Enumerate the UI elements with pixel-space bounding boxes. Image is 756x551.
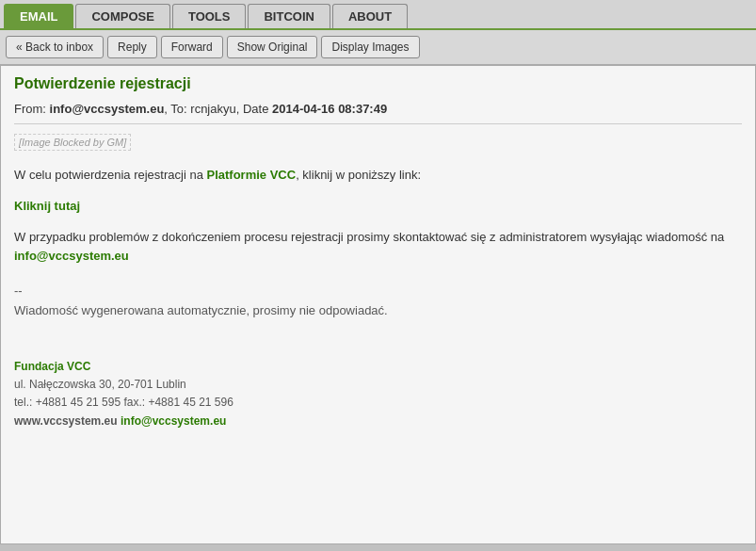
body-paragraph-2: W przypadku problemów z dokończeniem pro… [14,228,742,267]
signature-website-line: www.vccsystem.eu info@vccsystem.eu [14,413,742,430]
body-text-2a: W przypadku problemów z dokończeniem pro… [14,230,724,244]
email-subject: Potwierdzenie rejestracji [14,75,742,92]
email-meta: From: info@vccsystem.eu, To: rcnjakyu, D… [14,102,742,124]
email-divider: -- Wiadomość wygenerowana automatycznie,… [14,282,742,321]
email-signature: Fundacja VCC ul. Nałęczowska 30, 20-701 … [14,340,742,430]
body-text-1b: , kliknij w poniższy link: [296,168,421,182]
signature-email-link[interactable]: info@vccsystem.eu [121,414,226,428]
signature-address: ul. Nałęczowska 30, 20-701 Lublin [14,376,742,394]
forward-button[interactable]: Forward [161,36,223,58]
back-to-inbox-button[interactable]: « Back to inbox [6,36,104,58]
email-date: 2014-04-16 08:37:49 [272,102,387,116]
email-from: info@vccsystem.eu [50,102,165,116]
auto-message: Wiadomość wygenerowana automatycznie, pr… [14,303,388,317]
nav-tabs: EMAIL COMPOSE TOOLS BITCOIN ABOUT [0,0,756,30]
email-toolbar: « Back to inbox Reply Forward Show Origi… [0,30,756,65]
display-images-button[interactable]: Display Images [321,36,419,58]
reply-button[interactable]: Reply [107,36,157,58]
signature-website: www.vccsystem.eu [14,414,118,428]
body-paragraph-1: W celu potwierdzenia rejestracji na Plat… [14,166,742,186]
signature-phone: tel.: +4881 45 21 595 fax.: +4881 45 21 … [14,394,742,412]
body-click-here: Kliknij tutaj [14,197,742,217]
tab-tools[interactable]: TOOLS [172,4,247,28]
tab-about[interactable]: ABOUT [332,4,408,28]
tab-compose[interactable]: COMPOSE [75,4,169,28]
admin-email-link[interactable]: info@vccsystem.eu [14,249,129,263]
tab-bitcoin[interactable]: BITCOIN [248,4,330,28]
platform-name: Platformie VCC [206,168,296,182]
show-original-button[interactable]: Show Original [227,36,318,58]
image-blocked-notice: [Image Blocked by GM] [14,134,131,151]
email-body: W celu potwierdzenia rejestracji na Plat… [14,166,742,430]
tab-email[interactable]: EMAIL [4,4,73,28]
signature-org-name: Fundacja VCC [14,358,742,376]
click-here-link[interactable]: Kliknij tutaj [14,199,80,213]
body-text-1a: W celu potwierdzenia rejestracji na [14,168,206,182]
email-content-area: Potwierdzenie rejestracji From: info@vcc… [0,65,756,544]
email-to: rcnjakyu [190,102,235,116]
